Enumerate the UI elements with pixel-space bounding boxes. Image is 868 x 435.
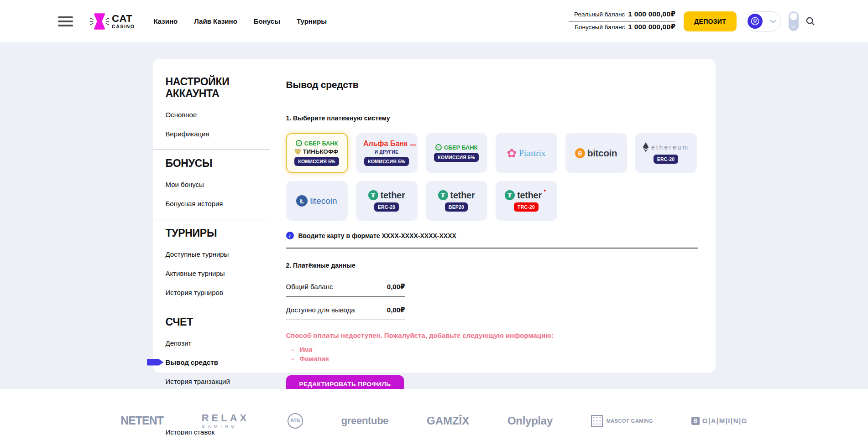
bonus-balance-row: Бонусный баланс 1 000 000,00₽: [569, 23, 675, 32]
payment-method-sber-tinkoff[interactable]: ✓ СБЕР БАНК ТИНЬКОФФ КОМИССИЯ 5%: [286, 133, 348, 173]
sidebar-item-verification[interactable]: Верификация: [166, 130, 270, 138]
logo[interactable]: CAT CASINO: [90, 11, 135, 31]
provider-logo-btg: BTG: [288, 413, 303, 429]
sidebar-item-main[interactable]: Основное: [166, 111, 270, 119]
section-title: СЧЕТ: [166, 316, 270, 328]
missing-info-list: – Имя – Фамилия: [286, 345, 698, 364]
total-balance-label: Общий баланс: [286, 283, 333, 290]
tether-icon: ₮: [368, 190, 378, 200]
payment-method-sber[interactable]: ✓ СБЕР БАНК КОМИССИЯ 5%: [426, 133, 487, 173]
available-balance-label: Доступно для вывода: [286, 306, 355, 314]
step2-label: 2. Платёжные данные: [286, 262, 698, 269]
theme-toggle[interactable]: ☀: [789, 11, 799, 31]
sidebar-item-deposit[interactable]: Депозит: [166, 339, 270, 347]
tether-icon: ₮: [505, 190, 515, 200]
sidebar-divider: [153, 308, 270, 308]
section-divider: [286, 248, 698, 249]
card-format-note: i Вводите карту в формате ХХХХ-ХХХХ-ХХХХ…: [286, 232, 698, 239]
sidebar-item-transaction-history[interactable]: История транзакций: [166, 378, 270, 385]
payment-methods-grid: ✓ СБЕР БАНК ТИНЬКОФФ КОМИССИЯ 5% Альфа Б…: [286, 133, 698, 221]
sidebar-item-available-tournaments[interactable]: Доступные турниры: [166, 250, 270, 258]
balance-divider: [569, 21, 675, 21]
available-balance-row: Доступно для вывода 0,00₽: [286, 297, 405, 320]
bitcoin-icon: B: [574, 147, 586, 159]
logo-title: CAT: [112, 14, 135, 24]
sidebar-item-tournament-history[interactable]: История турниров: [166, 289, 270, 296]
section-title: БОНУСЫ: [166, 157, 270, 169]
network-badge: BEP20: [445, 202, 468, 212]
provider-logo-mascot-gaming: MASCOT GAMING: [591, 415, 653, 427]
search-icon: [805, 16, 815, 26]
section-account-settings: НАСТРОЙКИ АККАУНТА Основное Верификация: [166, 76, 270, 150]
active-item-arrow-icon: [147, 359, 164, 366]
header: CAT CASINO Казино Лайв Казино Бонусы Тур…: [0, 0, 868, 42]
nav-item-casino[interactable]: Казино: [153, 17, 178, 25]
sidebar-item-my-bonuses[interactable]: Мои бонусы: [166, 181, 270, 188]
network-badge: TRC-20: [514, 202, 539, 212]
sber-check-icon: ✓: [296, 140, 302, 146]
provider-logo-onlyplay: Onlyplay: [507, 414, 553, 427]
tether-icon: ₮: [438, 190, 448, 200]
section-title: НАСТРОЙКИ АККАУНТА: [166, 76, 270, 99]
commission-badge: КОМИССИЯ 5%: [294, 157, 339, 166]
ethereum-icon: [643, 142, 649, 152]
section-title: ТУРНИРЫ: [166, 227, 270, 239]
payment-method-tether-trc20[interactable]: ₮ tether ▼ TRC-20: [496, 181, 557, 221]
sber-check-icon: ✓: [435, 144, 442, 150]
provider-logo-relax-gaming: RELAX GAMING: [202, 413, 250, 429]
section-account: СЧЕТ Депозит Вывод средств История транз…: [166, 316, 270, 397]
payment-method-alfa[interactable]: Альфа Банк И ДРУГИЕ КОМИССИЯ 5%: [356, 133, 418, 173]
account-sidebar: НАСТРОЙКИ АККАУНТА Основное Верификация …: [166, 68, 270, 373]
total-balance-row: Общий баланс 0,00₽: [286, 274, 405, 297]
sidebar-item-withdrawal[interactable]: Вывод средств: [166, 358, 270, 366]
nav-item-live-casino[interactable]: Лайв Казино: [194, 17, 237, 25]
available-balance-value: 0,00₽: [387, 306, 405, 314]
user-menu[interactable]: [745, 11, 781, 31]
providers-footer: NETENT RELAX GAMING BTG greentube GAMZÎX…: [0, 389, 868, 435]
bonus-balance-label: Бонусный баланс: [575, 24, 625, 31]
info-text: Вводите карту в формате ХХХХ-ХХХХ-ХХХХ-Х…: [298, 232, 456, 239]
menu-icon[interactable]: [58, 16, 73, 26]
provider-logo-greentube: greentube: [341, 415, 389, 427]
payment-method-bitcoin[interactable]: B bitcoin: [565, 133, 627, 173]
search-button[interactable]: [805, 16, 815, 26]
piastrix-flower-icon: ✿: [507, 147, 517, 159]
nav-item-bonuses[interactable]: Бонусы: [254, 17, 280, 25]
nav-item-tournaments[interactable]: Турниры: [297, 17, 327, 25]
sun-icon: ☀: [792, 25, 796, 29]
commission-badge: КОМИССИЯ 5%: [434, 153, 478, 162]
provider-logo-gamzix: GAMZÎX: [427, 414, 469, 427]
bonus-balance-value: 1 000 000,00₽: [628, 23, 675, 31]
payment-method-piastrix[interactable]: ✿ Piastrix: [496, 133, 557, 173]
deposit-button[interactable]: ДЕПОЗИТ: [684, 11, 737, 31]
sidebar-item-bonus-history[interactable]: Бонусная история: [166, 200, 270, 207]
title-divider: [286, 101, 698, 101]
bgaming-icon: B: [691, 417, 700, 425]
network-badge: ERC-20: [374, 202, 399, 212]
sidebar-divider: [153, 149, 270, 150]
total-balance-value: 0,00₽: [387, 283, 405, 291]
payment-method-tether-erc20[interactable]: ₮ tether ERC-20: [356, 181, 418, 221]
main-nav: Казино Лайв Казино Бонусы Турниры: [153, 17, 327, 25]
chevron-down-icon: [770, 20, 776, 23]
page-title: Вывод средств: [286, 79, 698, 90]
mascot-gaming-icon: [591, 415, 603, 427]
provider-logo-bgaming: B G|A|M|I|N|G: [691, 417, 748, 425]
payment-method-litecoin[interactable]: Ł litecoin: [286, 181, 348, 221]
litecoin-icon: Ł: [296, 195, 308, 207]
missing-info-item: – Имя: [291, 345, 698, 354]
balance-block: Реальный баланс 1 000 000,00₽ Бонусный б…: [569, 10, 675, 32]
page-body: НАСТРОЙКИ АККАУНТА Основное Верификация …: [0, 42, 868, 389]
section-tournaments: ТУРНИРЫ Доступные турниры Активные турни…: [166, 227, 270, 308]
commission-badge: КОМИССИЯ 5%: [364, 157, 408, 166]
withdrawal-content: Вывод средств 1. Выберите платежную сист…: [286, 68, 698, 373]
toggle-knob: [790, 13, 797, 20]
step1-label: 1. Выберите платежную систему: [286, 114, 698, 122]
payment-method-tether-bep20[interactable]: ₮ tether BEP20: [426, 181, 487, 221]
tinkoff-shield-icon: [295, 149, 301, 155]
payment-method-ethereum[interactable]: ethereum ERC-20: [635, 133, 697, 173]
account-card: НАСТРОЙКИ АККАУНТА Основное Верификация …: [153, 59, 716, 373]
sidebar-item-active-tournaments[interactable]: Активные турниры: [166, 269, 270, 277]
section-bonuses: БОНУСЫ Мои бонусы Бонусная история: [166, 157, 270, 219]
sidebar-item-bet-history[interactable]: История ставок: [166, 428, 270, 435]
